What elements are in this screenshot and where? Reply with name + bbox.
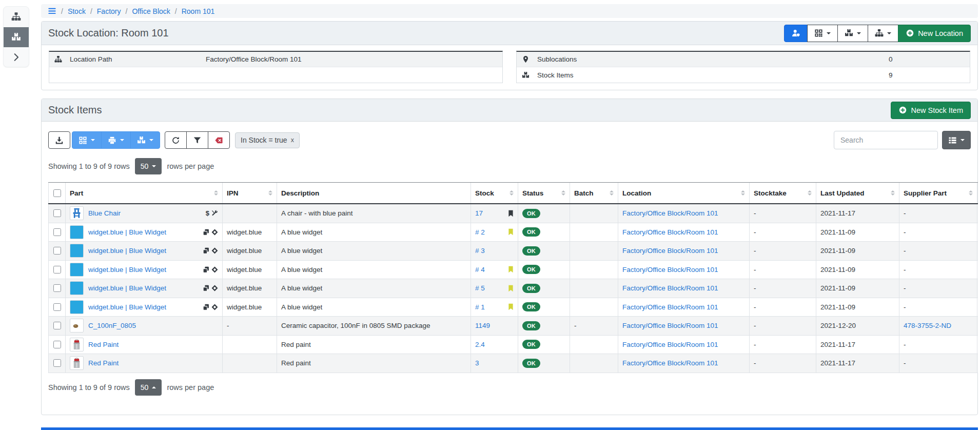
filter-chip-in-stock[interactable]: In Stock = true x <box>235 132 300 148</box>
stock-link[interactable]: # 3 <box>475 247 485 255</box>
part-thumbnail[interactable] <box>70 319 84 333</box>
stock-link[interactable]: # 2 <box>475 228 485 236</box>
breadcrumb-link-stock[interactable]: Stock <box>68 7 86 15</box>
breadcrumb-link-room-101[interactable]: Room 101 <box>182 7 215 15</box>
page-size-dropdown[interactable]: 50 <box>135 379 162 396</box>
location-link[interactable]: Factory/Office Block/Room 101 <box>622 266 718 273</box>
table-row: widget.blue | Blue Widgetwidget.blueA bl… <box>48 261 978 280</box>
hamburger-icon[interactable] <box>48 7 56 15</box>
search-input[interactable] <box>834 131 938 149</box>
part-thumbnail[interactable] <box>70 356 84 370</box>
stock-actions-button[interactable] <box>837 25 868 42</box>
part-link[interactable]: Red Paint <box>88 359 119 367</box>
stock-link[interactable]: 1149 <box>475 322 490 329</box>
export-button[interactable] <box>48 131 70 149</box>
location-link[interactable]: Factory/Office Block/Room 101 <box>622 228 718 236</box>
select-all-checkbox[interactable] <box>53 189 61 197</box>
column-header-batch[interactable]: Batch <box>570 183 618 203</box>
clear-filters-button[interactable] <box>208 131 230 149</box>
column-header-last-updated[interactable]: Last Updated <box>816 183 899 203</box>
column-header-location[interactable]: Location <box>618 183 750 203</box>
new-stock-item-button[interactable]: New Stock Item <box>891 102 971 119</box>
row-checkbox[interactable] <box>53 359 61 367</box>
location-link[interactable]: Factory/Office Block/Room 101 <box>622 209 718 217</box>
chevron-down-icon <box>120 139 124 141</box>
location-link[interactable]: Factory/Office Block/Room 101 <box>622 284 718 292</box>
stock-link[interactable]: # 4 <box>475 266 485 273</box>
stock-link[interactable]: 3 <box>475 359 479 367</box>
part-cell: widget.blue | Blue Widget <box>66 242 223 260</box>
part-thumbnail[interactable] <box>70 263 84 277</box>
column-header-stock[interactable]: Stock <box>471 183 518 203</box>
sidebar-item-stock[interactable] <box>4 27 29 48</box>
chevron-up-icon <box>152 386 156 388</box>
supplier-part-link[interactable]: 478-3755-2-ND <box>904 322 951 329</box>
location-link[interactable]: Factory/Office Block/Room 101 <box>622 247 718 255</box>
row-checkbox[interactable] <box>53 247 61 255</box>
boxes-icon <box>522 71 537 79</box>
page-size-dropdown[interactable]: 50 <box>135 158 162 174</box>
part-link[interactable]: Blue Chair <box>88 209 121 217</box>
barcode-actions-button[interactable] <box>807 25 838 42</box>
row-checkbox[interactable] <box>53 228 61 236</box>
location-link[interactable]: Factory/Office Block/Room 101 <box>622 359 718 367</box>
part-thumbnail[interactable] <box>70 338 84 351</box>
stock-link[interactable]: # 1 <box>475 303 485 311</box>
stock-link[interactable]: 17 <box>475 209 483 217</box>
ipn-cell: - <box>223 317 277 335</box>
location-link[interactable]: Factory/Office Block/Room 101 <box>622 322 718 329</box>
detail-value: 0 <box>889 55 893 63</box>
row-checkbox[interactable] <box>53 209 61 217</box>
part-thumbnail[interactable] <box>70 206 84 220</box>
stock-link[interactable]: 2.4 <box>475 341 485 348</box>
part-link[interactable]: widget.blue | Blue Widget <box>88 266 166 273</box>
stock-options-button[interactable] <box>130 131 160 149</box>
new-location-button[interactable]: New Location <box>898 25 971 42</box>
part-thumbnail[interactable] <box>70 281 84 295</box>
detail-row-empty <box>49 67 502 82</box>
column-header-supplier-part[interactable]: Supplier Part <box>899 183 977 203</box>
remove-filter-icon[interactable]: x <box>291 136 294 144</box>
part-link[interactable]: widget.blue | Blue Widget <box>88 303 166 311</box>
stocktake-cell: - <box>750 204 816 223</box>
column-header-stocktake[interactable]: Stocktake <box>750 183 816 203</box>
chevron-down-icon <box>149 139 153 141</box>
print-button[interactable] <box>101 131 131 149</box>
row-checkbox[interactable] <box>53 284 61 292</box>
row-checkbox[interactable] <box>53 266 61 273</box>
row-checkbox[interactable] <box>53 303 61 311</box>
breadcrumb-link-office-block[interactable]: Office Block <box>132 7 170 15</box>
sidebar-expand-button[interactable] <box>4 47 29 67</box>
location-actions-button[interactable] <box>868 25 898 42</box>
row-checkbox[interactable] <box>53 322 61 329</box>
detail-label: Location Path <box>70 55 112 63</box>
sidebar-item-sublocations[interactable] <box>4 7 29 27</box>
part-thumbnail[interactable] <box>70 300 84 314</box>
part-link[interactable]: widget.blue | Blue Widget <box>88 228 166 236</box>
table-row: Red PaintRed paint2.4OKFactory/Office Bl… <box>48 336 978 355</box>
batch-cell <box>570 336 618 354</box>
stock-link[interactable]: # 5 <box>475 284 485 292</box>
breadcrumb-link-factory[interactable]: Factory <box>97 7 121 15</box>
column-settings-button[interactable] <box>942 131 971 149</box>
part-thumbnail[interactable] <box>70 244 84 258</box>
location-link[interactable]: Factory/Office Block/Room 101 <box>622 303 718 311</box>
download-icon <box>55 136 64 145</box>
part-thumbnail[interactable] <box>70 225 84 239</box>
row-select-cell <box>48 204 66 223</box>
part-link[interactable]: widget.blue | Blue Widget <box>88 247 166 255</box>
part-link[interactable]: Red Paint <box>88 341 119 348</box>
part-link[interactable]: C_100nF_0805 <box>88 322 136 329</box>
column-header-ipn[interactable]: IPN <box>223 183 277 203</box>
sort-icon <box>265 190 272 196</box>
location-link[interactable]: Factory/Office Block/Room 101 <box>622 341 718 348</box>
filter-button[interactable] <box>186 131 208 149</box>
refresh-button[interactable] <box>165 131 187 149</box>
column-header-status[interactable]: Status <box>518 183 570 203</box>
part-link[interactable]: widget.blue | Blue Widget <box>88 284 166 292</box>
admin-button[interactable] <box>784 25 808 42</box>
stock-cell: # 5 <box>471 279 518 298</box>
barcode-button[interactable] <box>72 131 102 149</box>
row-checkbox[interactable] <box>53 341 61 348</box>
column-header-part[interactable]: Part <box>66 183 223 203</box>
